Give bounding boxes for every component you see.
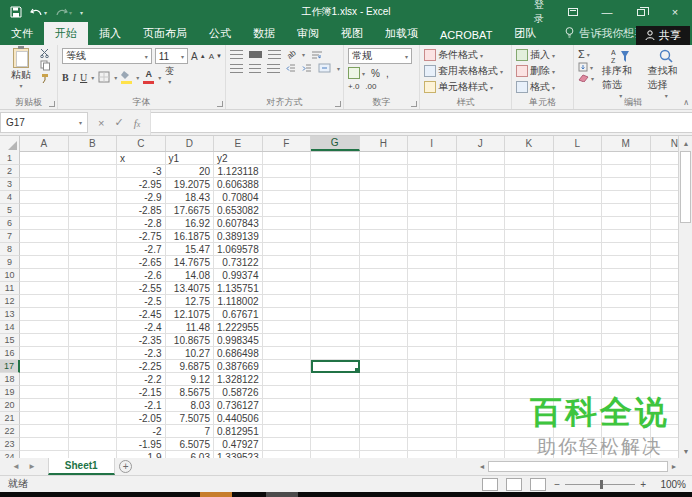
cell-G23[interactable] bbox=[311, 438, 360, 451]
cell-H22[interactable] bbox=[360, 425, 409, 438]
cell-B16[interactable] bbox=[69, 347, 118, 360]
cell-B9[interactable] bbox=[69, 256, 118, 269]
cell-E16[interactable]: 0.686498 bbox=[214, 347, 263, 360]
cell-M4[interactable] bbox=[602, 191, 651, 204]
select-all-button[interactable] bbox=[0, 136, 20, 152]
cell-C13[interactable]: -2.45 bbox=[117, 308, 166, 321]
cell-H12[interactable] bbox=[360, 295, 409, 308]
taskbar-item-gray[interactable] bbox=[266, 492, 298, 497]
new-sheet-button[interactable]: + bbox=[115, 458, 137, 475]
cell-C14[interactable]: -2.4 bbox=[117, 321, 166, 334]
cell-C12[interactable]: -2.5 bbox=[117, 295, 166, 308]
cell-F18[interactable] bbox=[263, 373, 312, 386]
cell-D23[interactable]: 6.5075 bbox=[166, 438, 215, 451]
collapse-ribbon-button[interactable]: ∧ bbox=[683, 98, 689, 107]
cell-M10[interactable] bbox=[602, 269, 651, 282]
cell-C4[interactable]: -2.9 bbox=[117, 191, 166, 204]
cell-C11[interactable]: -2.55 bbox=[117, 282, 166, 295]
cell-L16[interactable] bbox=[554, 347, 603, 360]
cell-M2[interactable] bbox=[602, 165, 651, 178]
cell-K11[interactable] bbox=[505, 282, 554, 295]
cell-J5[interactable] bbox=[457, 204, 506, 217]
conditional-formatting-button[interactable]: 条件格式▾ bbox=[424, 48, 508, 62]
cell-D18[interactable]: 9.12 bbox=[166, 373, 215, 386]
cell-I10[interactable] bbox=[408, 269, 457, 282]
cell-styles-button[interactable]: 单元格样式▾ bbox=[424, 80, 508, 94]
cell-I2[interactable] bbox=[408, 165, 457, 178]
row-header-13[interactable]: 13 bbox=[0, 308, 20, 321]
cell-K21[interactable] bbox=[505, 412, 554, 425]
cell-B23[interactable] bbox=[69, 438, 118, 451]
cell-E15[interactable]: 0.998345 bbox=[214, 334, 263, 347]
cell-D19[interactable]: 8.5675 bbox=[166, 386, 215, 399]
paste-caret[interactable]: ▾ bbox=[19, 82, 22, 89]
cell-D10[interactable]: 14.08 bbox=[166, 269, 215, 282]
cell-F10[interactable] bbox=[263, 269, 312, 282]
cell-I23[interactable] bbox=[408, 438, 457, 451]
cell-L5[interactable] bbox=[554, 204, 603, 217]
cell-D13[interactable]: 12.1075 bbox=[166, 308, 215, 321]
cell-C2[interactable]: -3 bbox=[117, 165, 166, 178]
cell-A9[interactable] bbox=[20, 256, 69, 269]
cell-C20[interactable]: -2.1 bbox=[117, 399, 166, 412]
cell-J6[interactable] bbox=[457, 217, 506, 230]
cell-E5[interactable]: 0.653082 bbox=[214, 204, 263, 217]
cell-H6[interactable] bbox=[360, 217, 409, 230]
cell-M17[interactable] bbox=[602, 360, 651, 373]
column-header-J[interactable]: J bbox=[457, 136, 506, 151]
cell-B10[interactable] bbox=[69, 269, 118, 282]
cell-B11[interactable] bbox=[69, 282, 118, 295]
cell-B24[interactable] bbox=[69, 451, 118, 458]
cell-H2[interactable] bbox=[360, 165, 409, 178]
cell-M16[interactable] bbox=[602, 347, 651, 360]
ribbon-tab-数据[interactable]: 数据 bbox=[242, 22, 286, 45]
cell-F15[interactable] bbox=[263, 334, 312, 347]
cell-F8[interactable] bbox=[263, 243, 312, 256]
restore-button[interactable] bbox=[624, 0, 658, 24]
borders-button[interactable] bbox=[98, 71, 110, 83]
formula-input[interactable] bbox=[151, 112, 692, 133]
cell-K17[interactable] bbox=[505, 360, 554, 373]
cell-M22[interactable] bbox=[602, 425, 651, 438]
cell-F11[interactable] bbox=[263, 282, 312, 295]
ribbon-tab-文件[interactable]: 文件 bbox=[0, 22, 44, 45]
ribbon-tab-审阅[interactable]: 审阅 bbox=[286, 22, 330, 45]
orientation-button[interactable]: ab bbox=[287, 50, 296, 59]
cell-C10[interactable]: -2.6 bbox=[117, 269, 166, 282]
cell-I17[interactable] bbox=[408, 360, 457, 373]
ribbon-tab-开始[interactable]: 开始 bbox=[44, 22, 88, 45]
cell-E22[interactable]: 0.812951 bbox=[214, 425, 263, 438]
cell-J1[interactable] bbox=[457, 152, 506, 165]
cell-A1[interactable] bbox=[20, 152, 69, 165]
cell-K3[interactable] bbox=[505, 178, 554, 191]
row-header-23[interactable]: 23 bbox=[0, 438, 20, 451]
cell-H17[interactable] bbox=[360, 360, 409, 373]
cell-J8[interactable] bbox=[457, 243, 506, 256]
cell-M5[interactable] bbox=[602, 204, 651, 217]
cell-G24[interactable] bbox=[311, 451, 360, 458]
cell-B21[interactable] bbox=[69, 412, 118, 425]
cell-E20[interactable]: 0.736127 bbox=[214, 399, 263, 412]
increase-font-button[interactable]: A▲ bbox=[191, 48, 206, 64]
ribbon-tab-加载项[interactable]: 加载项 bbox=[374, 22, 429, 45]
format-as-table-button[interactable]: 套用表格格式▾ bbox=[424, 64, 508, 78]
cell-M9[interactable] bbox=[602, 256, 651, 269]
clear-button[interactable]: ▾ bbox=[578, 74, 594, 82]
cell-A10[interactable] bbox=[20, 269, 69, 282]
cell-J23[interactable] bbox=[457, 438, 506, 451]
cell-J11[interactable] bbox=[457, 282, 506, 295]
cell-G17[interactable] bbox=[311, 360, 360, 373]
wrap-text-button[interactable] bbox=[311, 50, 323, 59]
insert-function-button[interactable]: fx bbox=[134, 117, 141, 129]
cell-E19[interactable]: 0.58726 bbox=[214, 386, 263, 399]
cell-L17[interactable] bbox=[554, 360, 603, 373]
row-header-5[interactable]: 5 bbox=[0, 204, 20, 217]
cell-F6[interactable] bbox=[263, 217, 312, 230]
cut-button[interactable] bbox=[40, 48, 51, 58]
cell-H15[interactable] bbox=[360, 334, 409, 347]
cell-K7[interactable] bbox=[505, 230, 554, 243]
cell-L15[interactable] bbox=[554, 334, 603, 347]
cell-K1[interactable] bbox=[505, 152, 554, 165]
cell-I20[interactable] bbox=[408, 399, 457, 412]
cell-C24[interactable]: -1.9 bbox=[117, 451, 166, 458]
